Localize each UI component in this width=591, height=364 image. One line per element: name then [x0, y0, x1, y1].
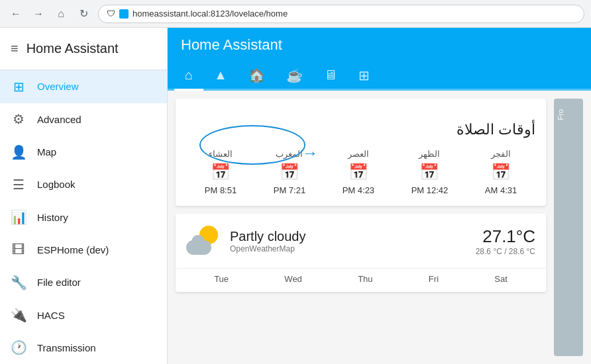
sidebar-item-advanced[interactable]: ⚙ Advanced [0, 103, 167, 136]
person-icon: 👤 [11, 144, 27, 160]
list-icon: ☰ [11, 177, 27, 193]
side-panel[interactable]: Fro [554, 99, 583, 356]
cloud-icon [186, 240, 211, 255]
sidebar-title: Home Assistant [27, 41, 119, 56]
prayer-name-maghrib: المغرب [276, 149, 303, 159]
prayer-time-asr: العصر 📅 4:23 PM [343, 149, 374, 195]
main-tabs: ⌂ ▲ 🏠 ☕ 🖥 ⊞ [168, 62, 591, 91]
weather-day-thu: Thu [358, 274, 372, 284]
prayer-value-isha: 8:51 PM [205, 185, 237, 195]
calendar-icon-dhuhr: 📅 [419, 163, 439, 181]
prayer-name-isha: العشاء [209, 149, 233, 159]
weather-range: 28.6 °C / 28.6 °C [476, 247, 535, 256]
tab-display[interactable]: 🖥 [313, 62, 348, 91]
prayer-name-dhuhr: الظهر [419, 149, 440, 159]
weather-info: Partly cloudy OpenWeatherMap [230, 229, 465, 253]
wrench-icon: 🔧 [11, 275, 27, 291]
sidebar: ≡ Home Assistant ⊞ Overview ⚙ Advanced 👤… [0, 28, 168, 364]
browser-controls: ← → ⌂ ↻ [7, 5, 93, 23]
prayer-card-title: أوقات الصلاة [186, 121, 535, 138]
sidebar-label-esphome: ESPHome (dev) [37, 244, 109, 255]
sidebar-label-hacs: HACS [37, 310, 65, 321]
browser-chrome: ← → ⌂ ↻ 🛡 homeassistant.local:8123/lovel… [0, 0, 591, 28]
prayer-value-dhuhr: 12:42 PM [411, 185, 449, 195]
weather-icon [186, 224, 219, 257]
weather-description: Partly cloudy [230, 229, 465, 244]
home-button[interactable]: ⌂ [52, 5, 70, 23]
prayer-value-asr: 4:23 PM [343, 185, 374, 195]
weather-temperature: 27.1°C [476, 226, 535, 247]
calendar-icon-asr: 📅 [349, 163, 368, 181]
favicon [119, 9, 129, 19]
clock-icon: 🕐 [11, 340, 27, 355]
sidebar-item-hacs[interactable]: 🔌 HACS [0, 298, 167, 331]
sidebar-label-file-editor: File editor [37, 277, 81, 288]
chart-icon: 📊 [11, 209, 27, 225]
sidebar-label-map: Map [37, 146, 56, 158]
prayer-time-dhuhr: الظهر 📅 12:42 PM [411, 149, 449, 195]
weather-day-tue: Tue [214, 274, 229, 284]
weather-temp-section: 27.1°C 28.6 °C / 28.6 °C [476, 226, 535, 256]
weather-day-sat: Sat [494, 274, 508, 284]
calendar-icon-isha: 📅 [211, 163, 231, 181]
address-bar[interactable]: 🛡 homeassistant.local:8123/lovelace/home [98, 5, 584, 23]
grid-icon: ⊞ [11, 79, 27, 95]
app-container: ≡ Home Assistant ⊞ Overview ⚙ Advanced 👤… [0, 28, 591, 364]
weather-card: Partly cloudy OpenWeatherMap 27.1°C 28.6… [176, 214, 546, 292]
sidebar-label-transmission: Transmission [37, 342, 96, 353]
weather-days-row: Tue Wed Thu Fri Sat [176, 268, 546, 292]
sidebar-label-advanced: Advanced [37, 114, 81, 125]
sidebar-item-esphome[interactable]: 🎞 ESPHome (dev) [0, 234, 167, 266]
main-header: Home Assistant [168, 28, 591, 62]
tab-people[interactable]: ▲ [203, 62, 238, 91]
calendar-icon-fajr: 📅 [491, 163, 511, 181]
weather-card-content: Partly cloudy OpenWeatherMap 27.1°C 28.6… [176, 214, 546, 268]
prayer-times-card: → أوقات الصلاة الفجر 📅 4:31 AM الظهر 📅 1… [176, 99, 546, 206]
prayer-value-maghrib: 7:21 PM [274, 185, 305, 195]
shield-icon: 🛡 [107, 9, 115, 19]
refresh-button[interactable]: ↻ [74, 5, 93, 23]
gear-icon: ⚙ [11, 111, 27, 127]
sidebar-label-overview: Overview [37, 81, 79, 92]
sidebar-item-overview[interactable]: ⊞ Overview [0, 70, 167, 103]
prayer-value-fajr: 4:31 AM [485, 185, 517, 195]
main-title: Home Assistant [181, 36, 282, 54]
side-panel-label[interactable]: Fro [554, 104, 583, 126]
prayer-time-fajr: الفجر 📅 4:31 AM [485, 149, 517, 195]
sidebar-header: ≡ Home Assistant [0, 28, 167, 70]
tab-home[interactable]: ⌂ [174, 62, 203, 91]
weather-day-wed: Wed [284, 274, 302, 284]
prayer-name-asr: العصر [348, 149, 369, 159]
menu-icon[interactable]: ≡ [11, 41, 19, 56]
cards-column: → أوقات الصلاة الفجر 📅 4:31 AM الظهر 📅 1… [176, 99, 546, 356]
prayer-name-fajr: الفجر [491, 149, 511, 159]
tab-cup[interactable]: ☕ [276, 62, 313, 91]
prayer-time-isha: العشاء 📅 8:51 PM [205, 149, 237, 195]
prayer-time-maghrib: المغرب 📅 7:21 PM [274, 149, 305, 195]
forward-button[interactable]: → [29, 5, 48, 23]
main-content: → أوقات الصلاة الفجر 📅 4:31 AM الظهر 📅 1… [168, 91, 591, 364]
sidebar-item-map[interactable]: 👤 Map [0, 136, 167, 168]
sidebar-item-file-editor[interactable]: 🔧 File editor [0, 266, 167, 298]
weather-day-fri: Fri [429, 274, 439, 284]
film-icon: 🎞 [11, 242, 27, 257]
sidebar-label-logbook: Logbook [37, 179, 76, 190]
tab-house[interactable]: 🏠 [238, 62, 276, 91]
calendar-icon-maghrib: 📅 [280, 163, 299, 181]
plug-icon: 🔌 [11, 307, 27, 323]
prayer-times-list: الفجر 📅 4:31 AM الظهر 📅 12:42 PM العصر 📅 [186, 149, 535, 195]
sidebar-label-history: History [37, 212, 68, 223]
sidebar-item-logbook[interactable]: ☰ Logbook [0, 168, 167, 201]
sidebar-item-transmission[interactable]: 🕐 Transmission [0, 332, 167, 364]
main-area: Home Assistant ⌂ ▲ 🏠 ☕ 🖥 ⊞ → أوقات الصلا… [168, 28, 591, 364]
tab-network[interactable]: ⊞ [348, 62, 380, 91]
url-text: homeassistant.local:8123/lovelace/home [133, 9, 288, 19]
sidebar-item-history[interactable]: 📊 History [0, 201, 167, 233]
back-button[interactable]: ← [7, 5, 25, 23]
weather-source: OpenWeatherMap [230, 244, 465, 253]
